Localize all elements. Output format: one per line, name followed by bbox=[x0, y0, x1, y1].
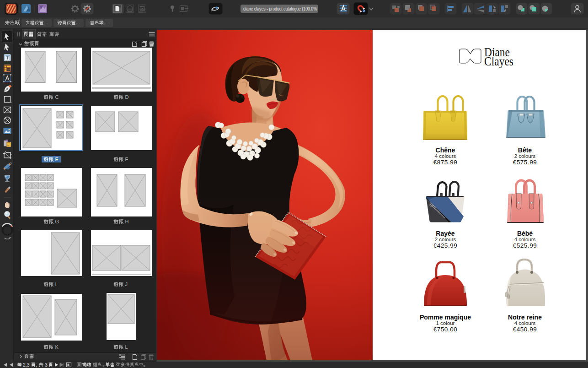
svg-text:J: J bbox=[125, 281, 128, 287]
svg-text:...: ... bbox=[44, 20, 48, 25]
svg-text:...: ... bbox=[104, 20, 107, 25]
svg-text:,: , bbox=[36, 362, 37, 368]
svg-text:G: G bbox=[55, 219, 59, 224]
svg-text:...: ... bbox=[76, 20, 80, 25]
svg-text:I: I bbox=[55, 281, 57, 287]
svg-text:2,3: 2,3 bbox=[23, 362, 30, 368]
svg-text:C: C bbox=[55, 94, 59, 100]
svg-text:D: D bbox=[125, 94, 129, 100]
svg-text:3: 3 bbox=[45, 362, 48, 368]
svg-text:E: E bbox=[55, 157, 59, 162]
svg-text:H: H bbox=[125, 219, 129, 224]
svg-text:diane clayes - product catalog: diane clayes - product catalogue (100.0% bbox=[243, 6, 317, 11]
svg-text:Clayes: Clayes bbox=[484, 54, 513, 68]
svg-text:F: F bbox=[125, 157, 128, 162]
svg-text:K: K bbox=[55, 344, 59, 350]
svg-text:L: L bbox=[125, 344, 128, 350]
